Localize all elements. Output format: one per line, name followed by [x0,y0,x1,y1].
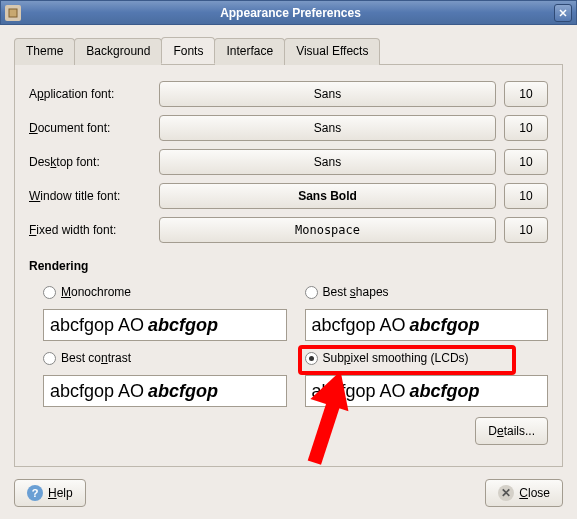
radio-icon [43,286,56,299]
sample-best-shapes: abcfgop AO abcfgop [305,309,549,341]
sample-best-contrast: abcfgop AO abcfgop [43,375,287,407]
label-window-title-font: Window title font: [29,189,151,203]
desktop-font-button[interactable]: Sans [159,149,496,175]
sample-subpixel: abcfgop AO abcfgop [305,375,549,407]
svg-rect-0 [9,9,17,17]
rendering-grid: Monochrome Best shapes abcfgop AO abcfgo… [29,281,548,407]
close-button[interactable]: ✕ Close [485,479,563,507]
window-icon [5,5,21,21]
dialog-footer: ? Help ✕ Close [14,479,563,507]
label-application-font: Application font: [29,87,151,101]
row-window-title-font: Window title font: Sans Bold 10 [29,183,548,209]
help-icon: ? [27,485,43,501]
radio-monochrome[interactable]: Monochrome [43,281,287,303]
row-fixed-width-font: Fixed width font: Monospace 10 [29,217,548,243]
window-body: Theme Background Fonts Interface Visual … [0,25,577,519]
radio-icon [43,352,56,365]
sample-monochrome: abcfgop AO abcfgop [43,309,287,341]
row-document-font: Document font: Sans 10 [29,115,548,141]
document-font-button[interactable]: Sans [159,115,496,141]
font-rows: Application font: Sans 10 Document font:… [29,81,548,243]
application-font-size-button[interactable]: 10 [504,81,548,107]
application-font-button[interactable]: Sans [159,81,496,107]
tab-theme[interactable]: Theme [14,38,75,65]
radio-icon [305,352,318,365]
fixed-width-font-size-button[interactable]: 10 [504,217,548,243]
radio-best-contrast[interactable]: Best contrast [43,347,287,369]
radio-best-shapes[interactable]: Best shapes [305,281,549,303]
titlebar: Appearance Preferences [0,0,577,25]
close-icon: ✕ [498,485,514,501]
tabs-bar: Theme Background Fonts Interface Visual … [14,37,563,65]
tab-visual-effects[interactable]: Visual Effects [284,38,380,65]
rendering-heading: Rendering [29,259,548,273]
window-title: Appearance Preferences [27,6,554,20]
row-application-font: Application font: Sans 10 [29,81,548,107]
window-close-button[interactable] [554,4,572,22]
window-title-font-button[interactable]: Sans Bold [159,183,496,209]
help-button[interactable]: ? Help [14,479,86,507]
row-desktop-font: Desktop font: Sans 10 [29,149,548,175]
tab-background[interactable]: Background [74,38,162,65]
tab-fonts[interactable]: Fonts [161,37,215,64]
tab-content-fonts: Application font: Sans 10 Document font:… [14,65,563,467]
label-document-font: Document font: [29,121,151,135]
desktop-font-size-button[interactable]: 10 [504,149,548,175]
tab-interface[interactable]: Interface [214,38,285,65]
label-desktop-font: Desktop font: [29,155,151,169]
window-title-font-size-button[interactable]: 10 [504,183,548,209]
label-fixed-width-font: Fixed width font: [29,223,151,237]
radio-icon [305,286,318,299]
fixed-width-font-button[interactable]: Monospace [159,217,496,243]
radio-subpixel-smoothing[interactable]: Subpixel smoothing (LCDs) [305,347,549,369]
details-button[interactable]: Details... [475,417,548,445]
document-font-size-button[interactable]: 10 [504,115,548,141]
